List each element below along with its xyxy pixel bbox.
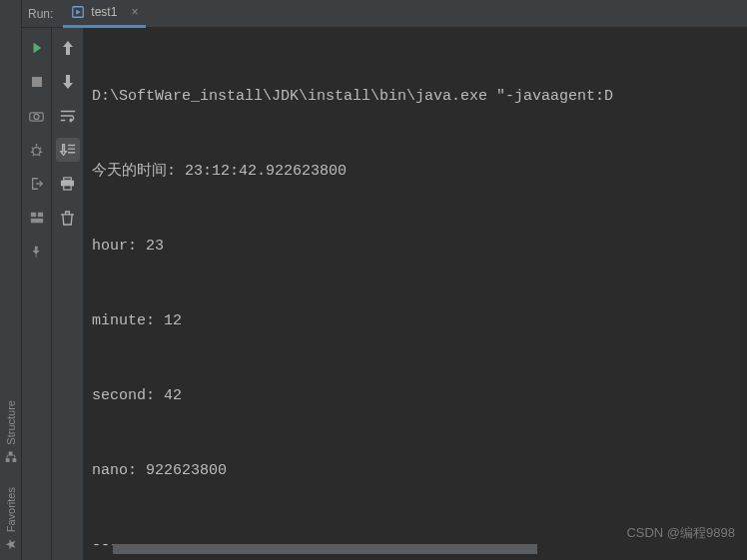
- console-line: nano: 922623800: [92, 458, 747, 483]
- console-line: hour: 23: [92, 234, 747, 259]
- up-arrow-button[interactable]: [56, 36, 80, 60]
- exit-button[interactable]: [25, 172, 49, 196]
- run-label: Run:: [28, 7, 53, 21]
- svg-rect-0: [5, 458, 9, 462]
- favorites-tool-button[interactable]: Favorites: [5, 487, 17, 550]
- dump-threads-button[interactable]: [25, 104, 49, 128]
- console-actions-gutter: [52, 28, 84, 560]
- main-area: Run: test1 ×: [22, 0, 747, 560]
- watermark: CSDN @编程9898: [626, 524, 735, 542]
- close-icon[interactable]: ×: [131, 5, 138, 19]
- tab-label: test1: [91, 5, 117, 19]
- svg-rect-4: [32, 77, 42, 87]
- debugger-button[interactable]: [25, 138, 49, 162]
- console-line: D:\SoftWare_install\JDK\install\bin\java…: [92, 84, 747, 109]
- console-line: second: 42: [92, 383, 747, 408]
- svg-rect-1: [12, 458, 16, 462]
- console-line: minute: 12: [92, 308, 747, 333]
- favorites-label: Favorites: [5, 487, 17, 532]
- scroll-to-end-button[interactable]: [56, 138, 80, 162]
- svg-rect-11: [64, 178, 71, 181]
- structure-label: Structure: [5, 400, 17, 445]
- horizontal-scrollbar[interactable]: [113, 544, 737, 554]
- structure-tool-button[interactable]: Structure: [5, 400, 17, 463]
- svg-point-6: [34, 114, 39, 119]
- svg-rect-9: [37, 213, 42, 217]
- stop-button[interactable]: [25, 70, 49, 94]
- run-actions-gutter: [22, 28, 52, 560]
- structure-icon: [5, 451, 17, 463]
- svg-rect-10: [30, 219, 42, 223]
- clear-all-button[interactable]: [56, 206, 80, 230]
- run-body: D:\SoftWare_install\JDK\install\bin\java…: [22, 28, 747, 560]
- run-tab-test1[interactable]: test1 ×: [63, 0, 146, 28]
- star-icon: [5, 538, 17, 550]
- run-config-icon: [71, 5, 85, 19]
- scrollbar-thumb[interactable]: [113, 544, 537, 554]
- left-tool-rail: Structure Favorites: [0, 0, 22, 560]
- rerun-button[interactable]: [25, 36, 49, 60]
- run-header: Run: test1 ×: [22, 0, 747, 28]
- svg-point-7: [33, 147, 41, 155]
- console-output[interactable]: D:\SoftWare_install\JDK\install\bin\java…: [84, 28, 747, 560]
- print-button[interactable]: [56, 172, 80, 196]
- down-arrow-button[interactable]: [56, 70, 80, 94]
- layout-button[interactable]: [25, 206, 49, 230]
- svg-rect-8: [30, 213, 35, 217]
- pin-button[interactable]: [25, 240, 49, 264]
- console-line: 今天的时间: 23:12:42.922623800: [92, 159, 747, 184]
- svg-rect-2: [8, 452, 12, 456]
- soft-wrap-button[interactable]: [56, 104, 80, 128]
